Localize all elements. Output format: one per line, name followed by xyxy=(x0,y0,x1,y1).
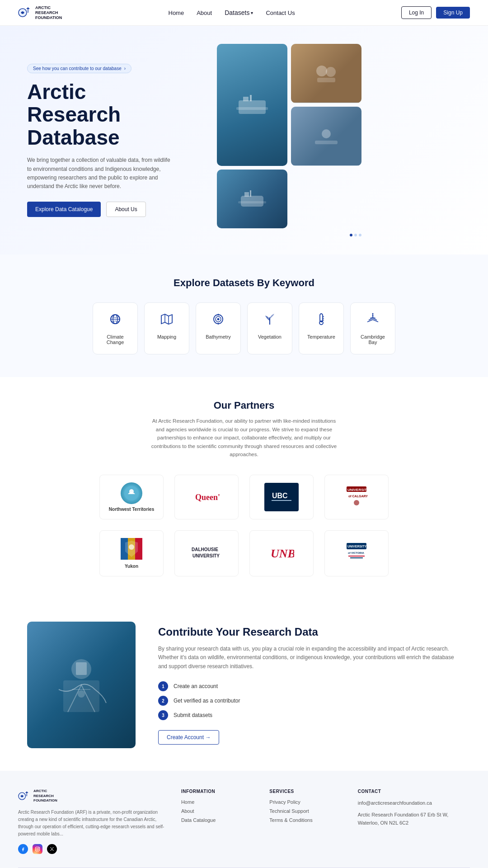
step-1: 1 Create an account xyxy=(158,681,461,691)
svg-rect-8 xyxy=(317,78,335,82)
keyword-temperature[interactable]: Temperature xyxy=(299,302,344,354)
keyword-label-vegetation: Vegetation xyxy=(256,334,284,340)
partner-yukon-label: Yukon xyxy=(125,564,138,569)
partner-nt: Northwest Territories xyxy=(99,475,164,519)
step-3-number: 3 xyxy=(158,710,168,720)
step-2-text: Get verified as a contributor xyxy=(174,698,240,704)
keyword-mapping[interactable]: Mapping xyxy=(144,302,189,354)
mapping-icon xyxy=(153,312,181,330)
step-3: 3 Submit datasets xyxy=(158,710,461,720)
hero-image-2 xyxy=(291,44,361,103)
contribute-image xyxy=(27,622,136,748)
pagination-dot-3[interactable] xyxy=(359,234,361,236)
footer-bio: Arctic Research Foundation (ARF) is a pr… xyxy=(18,809,168,838)
hero-badge[interactable]: See how you can contribute to our databa… xyxy=(27,64,131,73)
contribute-title: Contribute Your Research Data xyxy=(158,626,461,638)
hero-image-1 xyxy=(217,44,287,166)
footer-link-about[interactable]: About xyxy=(181,808,256,814)
pagination-dot-1[interactable] xyxy=(350,234,352,236)
nav-logo-text: ARCTIC RESEARCH FOUNDATION xyxy=(35,5,62,20)
contribute-description: By sharing your research data with us, y… xyxy=(158,645,461,671)
svg-text:UNB: UNB xyxy=(271,547,294,560)
temperature-icon xyxy=(307,312,335,330)
hero-image-3 xyxy=(291,107,361,166)
bathymetry-icon xyxy=(204,312,232,330)
nav-home[interactable]: Home xyxy=(169,9,184,16)
svg-rect-13 xyxy=(250,190,251,197)
step-2-number: 2 xyxy=(158,696,168,706)
svg-rect-5 xyxy=(236,107,268,110)
step-1-number: 1 xyxy=(158,681,168,691)
svg-point-7 xyxy=(326,67,336,77)
footer-top: ARCTIC RESEARCH FOUNDATION Arctic Resear… xyxy=(18,789,470,854)
x-icon[interactable] xyxy=(47,844,57,854)
svg-text:UBC: UBC xyxy=(272,492,288,500)
footer-info-links: Home About Data Catalogue xyxy=(181,799,256,823)
footer-info-title: INFORMATION xyxy=(181,789,256,794)
footer-logo-text: ARCTIC RESEARCH FOUNDATION xyxy=(33,789,57,803)
keyword-grid: Climate Change Mapping xyxy=(18,302,470,354)
partners-description: At Arctic Research Foundation, our abili… xyxy=(149,417,339,458)
footer-link-privacy[interactable]: Privacy Policy xyxy=(269,799,344,805)
about-us-button[interactable]: About Us xyxy=(106,202,145,217)
keyword-label-bathymetry: Bathymetry xyxy=(204,334,232,340)
svg-text:DALHOUSIE: DALHOUSIE xyxy=(192,547,218,552)
explore-catalogue-button[interactable]: Explore Data Catalogue xyxy=(27,202,101,217)
hero-content: See how you can contribute to our databa… xyxy=(27,64,199,217)
login-button[interactable]: Log In xyxy=(401,6,432,19)
climate-change-icon xyxy=(101,312,129,330)
footer-link-data-catalogue[interactable]: Data Catalogue xyxy=(181,817,256,823)
svg-text:UNIVERSITY: UNIVERSITY xyxy=(192,553,220,558)
keyword-climate-change[interactable]: Climate Change xyxy=(93,302,138,354)
explore-section: Explore Datasets By Keyword Climate Chan… xyxy=(0,255,488,377)
footer-link-home[interactable]: Home xyxy=(181,799,256,805)
nav-about[interactable]: About xyxy=(197,9,212,16)
nav-datasets[interactable]: Datasets ▾ xyxy=(225,9,253,16)
footer-email: info@arcticresearchfoundation.ca xyxy=(358,799,470,807)
pagination-dot-2[interactable] xyxy=(354,234,357,236)
footer-contact: CONTACT info@arcticresearchfoundation.ca… xyxy=(358,789,470,854)
hero-description: We bring together a collection of valuab… xyxy=(27,156,172,191)
partner-ubc: UBC xyxy=(249,475,314,519)
keyword-label-mapping: Mapping xyxy=(153,334,181,340)
partner-dalhousie: DALHOUSIE UNIVERSITY xyxy=(174,530,239,576)
svg-text:Queen's: Queen's xyxy=(195,493,220,502)
keyword-bathymetry[interactable]: Bathymetry xyxy=(196,302,241,354)
footer-logo: ARCTIC RESEARCH FOUNDATION xyxy=(18,789,168,803)
svg-point-22 xyxy=(217,318,220,321)
svg-point-40 xyxy=(354,500,359,505)
partners-section: Our Partners At Arctic Research Foundati… xyxy=(0,377,488,599)
logo-icon xyxy=(18,5,33,20)
nav-auth: Log In Sign Up xyxy=(401,6,470,19)
svg-point-6 xyxy=(316,66,327,76)
footer-information: INFORMATION Home About Data Catalogue xyxy=(181,789,256,854)
keyword-vegetation[interactable]: Vegetation xyxy=(247,302,292,354)
create-account-button[interactable]: Create Account → xyxy=(158,730,219,745)
partner-uvic: UNIVERSITY of VICTORIA xyxy=(324,530,389,576)
svg-rect-10 xyxy=(315,141,338,144)
datasets-chevron-icon: ▾ xyxy=(251,10,253,15)
footer-services: SERVICES Privacy Policy Technical Suppor… xyxy=(269,789,344,854)
arrow-icon: › xyxy=(124,66,126,71)
svg-rect-12 xyxy=(244,192,249,197)
nav-contact[interactable]: Contact Us xyxy=(266,9,295,16)
instagram-icon[interactable] xyxy=(33,844,42,854)
svg-text:of VICTORIA: of VICTORIA xyxy=(348,552,365,554)
hero-images xyxy=(217,44,361,236)
keyword-cambridge-bay[interactable]: Cambridge Bay xyxy=(350,302,395,354)
hero-section: See how you can contribute to our databa… xyxy=(0,26,488,255)
svg-rect-36 xyxy=(272,500,291,501)
footer-brand: ARCTIC RESEARCH FOUNDATION Arctic Resear… xyxy=(18,789,168,854)
step-2: 2 Get verified as a contributor xyxy=(158,696,461,706)
footer-link-terms[interactable]: Terms & Conditions xyxy=(269,817,344,823)
signup-button[interactable]: Sign Up xyxy=(436,7,470,19)
footer-socials xyxy=(18,844,168,854)
partner-yukon: Yukon xyxy=(99,530,164,576)
facebook-icon[interactable] xyxy=(18,844,28,854)
footer-contact-title: CONTACT xyxy=(358,789,470,794)
nav-links: Home About Datasets ▾ Contact Us xyxy=(169,9,295,16)
hero-image-4 xyxy=(217,170,287,228)
svg-rect-14 xyxy=(238,201,266,203)
footer-link-support[interactable]: Technical Support xyxy=(269,808,344,814)
svg-point-30 xyxy=(372,313,374,315)
